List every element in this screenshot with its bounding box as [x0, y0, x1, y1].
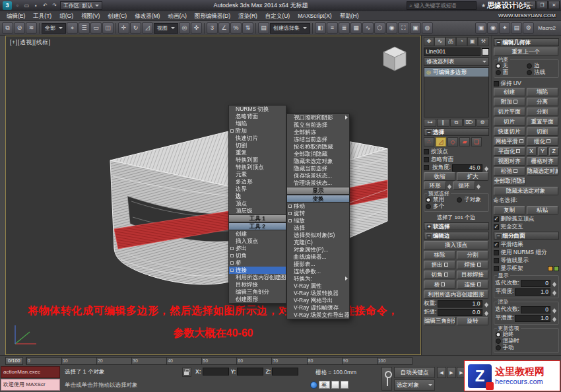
help-search-input[interactable]: ⌕ 键入关键字或短语: [407, 1, 477, 10]
menu-item[interactable]: 渲染(R): [234, 11, 261, 21]
quad-menu-item[interactable]: 忽略背面: [229, 113, 286, 120]
maxscript-listener-pane[interactable]: 欢迎使用 MAXScr: [1, 379, 60, 391]
quad-menu-item[interactable]: 多边形: [229, 178, 286, 185]
bind-to-space-warp-icon[interactable]: ≋: [26, 22, 37, 34]
quad-menu-item[interactable]: 缩放: [287, 217, 349, 224]
ribbon-toggle-icon[interactable]: ▦: [350, 22, 362, 34]
element-mode-icon[interactable]: ❏: [471, 137, 482, 147]
settings-box-icon[interactable]: [288, 205, 292, 208]
quad-menu-item[interactable]: V-Ray 场景转换器: [287, 290, 349, 297]
render-setup-icon[interactable]: ⛶: [398, 22, 409, 34]
select-object-icon[interactable]: ⌖: [67, 22, 78, 34]
selection-filter-dropdown[interactable]: 全部: [42, 23, 66, 34]
display-tab-icon[interactable]: ▣: [467, 37, 478, 46]
selected-filter-dropdown[interactable]: 选定对象: [394, 379, 435, 391]
workspace-dropdown[interactable]: 工作区: 默认: [60, 1, 102, 10]
open-file-icon[interactable]: ▭: [22, 1, 31, 10]
edge-mode-icon[interactable]: ◿: [436, 137, 446, 147]
ignore-backfacing-checkbox[interactable]: 忽略背面: [424, 156, 489, 163]
edit-edges-button[interactable]: 目标焊接: [457, 271, 488, 279]
quad-menu-item[interactable]: 选择类似对象(S): [287, 232, 349, 239]
quad-menu-item[interactable]: 曲线编辑器...: [287, 253, 349, 261]
edit-geometry-rollout-header[interactable]: 编辑几何体: [494, 38, 560, 46]
edit-edges-button[interactable]: 编辑三角剖分: [424, 317, 455, 325]
configure-modifier-sets-icon[interactable]: ⚙: [477, 119, 489, 127]
quad-menu-item[interactable]: 快速切片: [229, 135, 286, 142]
macro-toolbar-label[interactable]: Macro2: [535, 25, 559, 31]
quad-menu-item[interactable]: 工具 1: [229, 214, 286, 222]
align-icon[interactable]: ≡: [327, 22, 338, 34]
update-option-radio[interactable]: 渲染时: [496, 338, 558, 344]
select-and-rotate-icon[interactable]: ↻: [130, 22, 141, 34]
spinner-arrows[interactable]: [484, 164, 489, 172]
quad-menu-item[interactable]: 转换到顶点: [229, 164, 286, 171]
quad-menu-item[interactable]: 转换到面: [229, 156, 286, 164]
menu-item[interactable]: 帮助(H): [336, 11, 363, 21]
edit-edges-button[interactable]: 分割: [457, 251, 488, 259]
quad-menu-item[interactable]: 工具 2: [229, 222, 286, 230]
quad-menu-item[interactable]: 插入顶点: [229, 238, 286, 245]
settings-box-icon[interactable]: [288, 212, 292, 215]
menu-item[interactable]: 视图(V): [77, 11, 104, 21]
use-pivot-point-center-icon[interactable]: ◎: [179, 22, 190, 34]
macro-recorder-pane[interactable]: actionMan.exec: [1, 366, 60, 378]
percent-snap-icon[interactable]: %: [230, 22, 242, 34]
edit-edges-rollout-header[interactable]: 编辑边: [424, 232, 489, 240]
spinner-field[interactable]: 1.0: [515, 315, 550, 322]
select-and-manipulate-icon[interactable]: ✜: [191, 22, 202, 34]
edit-geometry-button[interactable]: 视图对齐: [494, 157, 525, 166]
rectangular-selection-region-icon[interactable]: ▭: [90, 22, 102, 34]
spinner-arrows[interactable]: [552, 288, 557, 296]
preview-selection-radio[interactable]: 禁用: [426, 197, 455, 203]
edit-edges-button[interactable]: 旋转: [457, 317, 488, 325]
repeat-last-button[interactable]: 重复上一个: [494, 48, 558, 56]
edit-geometry-button[interactable]: 附加: [494, 98, 525, 106]
mini-toolbar-icon-2[interactable]: ◉: [487, 22, 498, 34]
edit-edges-button[interactable]: 切角: [424, 271, 455, 279]
quad-menu-item[interactable]: 顶层级: [229, 207, 286, 214]
modify-tab-icon[interactable]: ∿: [434, 37, 445, 46]
mirror-icon[interactable]: ◧: [315, 22, 326, 34]
subdivision-checkbox[interactable]: 显示框架: [494, 265, 560, 272]
weight-field[interactable]: 1.0: [438, 300, 482, 308]
show-end-result-icon[interactable]: ∥: [437, 119, 449, 127]
pin-stack-icon[interactable]: ⊶: [424, 119, 436, 127]
subdivision-checkbox[interactable]: 使用 NURMS 细分: [494, 249, 560, 256]
quad-menu-item[interactable]: 冻结当前选择: [287, 136, 349, 143]
spinner-arrows[interactable]: [552, 280, 557, 287]
ime-tool-icon[interactable]: [331, 381, 339, 389]
quad-menu-item[interactable]: 切割: [229, 142, 286, 149]
edit-geometry-button[interactable]: 重置平面: [527, 117, 558, 126]
edit-named-selection-sets-icon[interactable]: ▤: [258, 22, 269, 34]
edit-edges-button[interactable]: 连接: [457, 280, 488, 289]
edit-geometry-button[interactable]: 快速切片: [494, 127, 525, 136]
menu-item[interactable]: 动画(A): [164, 11, 190, 21]
quad-menu-item[interactable]: V-Ray 属性: [287, 282, 349, 290]
edit-geometry-button[interactable]: Y: [538, 147, 548, 156]
settings-box-icon[interactable]: [288, 219, 292, 222]
edit-geometry-button[interactable]: 松弛: [494, 167, 525, 176]
modifier-stack-item[interactable]: ◎ 可编辑多边形: [424, 68, 488, 77]
preview-selection-radio[interactable]: 子对象: [457, 197, 486, 203]
spinner-arrows[interactable]: [552, 306, 557, 313]
spinner-arrows[interactable]: [552, 315, 557, 322]
object-color-swatch[interactable]: [482, 48, 489, 55]
edit-geometry-button[interactable]: 全部取消隐藏: [494, 177, 525, 185]
redo-icon[interactable]: ↷: [50, 1, 59, 10]
edit-geometry-button[interactable]: 切片平面: [494, 108, 525, 116]
spinner-field[interactable]: 0: [521, 280, 550, 287]
set-key-button[interactable]: [381, 367, 392, 391]
render-production-icon[interactable]: ◍: [422, 22, 433, 34]
quad-menu-item[interactable]: 对象属性(P)...: [287, 246, 349, 253]
crease-field[interactable]: 0.0: [438, 309, 482, 316]
window-crossing-toggle-icon[interactable]: ◫: [102, 22, 114, 34]
angle-snap-icon[interactable]: ∠: [218, 22, 230, 34]
quad-menu-item[interactable]: 创建图形: [229, 296, 286, 303]
quad-menu-item[interactable]: 管理场景状态...: [287, 180, 349, 187]
unlink-selection-icon[interactable]: ⊘: [14, 22, 25, 34]
quad-menu-item[interactable]: 重复: [229, 149, 286, 156]
ring-spinner[interactable]: [447, 182, 452, 189]
settings-box-icon[interactable]: [230, 254, 234, 257]
named-selection-button[interactable]: 粘贴: [527, 206, 558, 214]
edit-geometry-button[interactable]: 切片: [494, 117, 525, 126]
